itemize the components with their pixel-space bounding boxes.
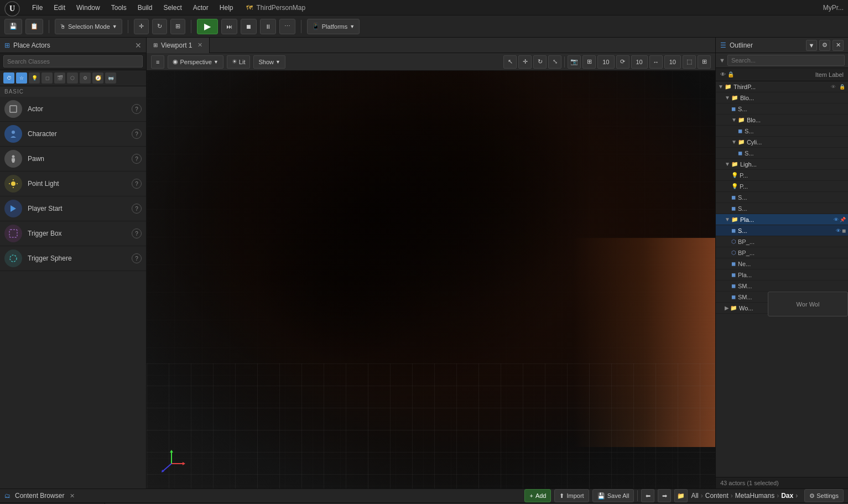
menu-edit[interactable]: Edit bbox=[49, 3, 70, 13]
hamburger-btn[interactable]: ≡ bbox=[151, 55, 164, 69]
selection-mode-btn[interactable]: 🖱 Selection Mode ▼ bbox=[55, 19, 122, 34]
viewport-close-btn[interactable]: ✕ bbox=[197, 41, 202, 49]
menu-select[interactable]: Select bbox=[159, 3, 186, 13]
outliner-row-ligh[interactable]: ▼ 📁 Ligh... bbox=[716, 159, 848, 170]
outliner-close-btn[interactable]: ✕ bbox=[833, 40, 844, 51]
lit-btn[interactable]: ☀ Lit bbox=[227, 55, 251, 69]
menu-build[interactable]: Build bbox=[133, 3, 157, 13]
nav-folder-btn[interactable]: 📁 bbox=[674, 489, 688, 502]
actor-item-actor[interactable]: Actor ? bbox=[0, 97, 146, 122]
stop-btn[interactable]: ⏹ bbox=[241, 19, 257, 34]
outliner-row-pla2[interactable]: ◼ Pla... bbox=[716, 269, 848, 280]
outliner-row-bp1[interactable]: ⬡ BP_... bbox=[716, 236, 848, 247]
more-options-btn[interactable]: ⋯ bbox=[279, 19, 295, 34]
lock-icon-thirdp[interactable]: 🔒 bbox=[838, 83, 846, 91]
translate-tool-btn[interactable]: ✛ bbox=[518, 55, 532, 69]
outliner-row-ne[interactable]: ◼ Ne... bbox=[716, 258, 848, 269]
outliner-row-thirdp[interactable]: ▼ 📁 ThirdP... 👁 🔒 bbox=[716, 81, 848, 92]
viewport-canvas[interactable] bbox=[147, 71, 715, 489]
outliner-row-bp2[interactable]: ⬡ BP_... bbox=[716, 247, 848, 258]
angle-btn[interactable]: ⟳ bbox=[616, 55, 630, 69]
eye-icon-pla[interactable]: 👁 bbox=[834, 217, 839, 222]
breadcrumb-metahumans[interactable]: MetaHumans bbox=[735, 492, 774, 500]
actor-item-trigger-box[interactable]: Trigger Box ? bbox=[0, 221, 146, 246]
show-btn[interactable]: Show ▼ bbox=[253, 55, 285, 69]
add-btn[interactable]: + Add bbox=[524, 489, 551, 502]
platforms-btn[interactable]: 📱 Platforms ▼ bbox=[307, 19, 360, 34]
breadcrumb-more-btn[interactable]: › bbox=[795, 492, 798, 500]
pin-icon-pla[interactable]: 📌 bbox=[840, 217, 846, 222]
scale-size-btn[interactable]: 10 bbox=[664, 55, 681, 69]
outliner-row-blo1[interactable]: ▼ 📁 Blo... bbox=[716, 92, 848, 103]
menu-window[interactable]: Window bbox=[72, 3, 105, 13]
actor-info-btn-character[interactable]: ? bbox=[132, 129, 142, 139]
filter-vr-btn[interactable]: 🥽 bbox=[105, 72, 116, 84]
filter-basic-btn[interactable]: ☆ bbox=[16, 72, 27, 84]
perspective-btn[interactable]: ◉ Perspective ▼ bbox=[168, 55, 223, 69]
grid-size-btn[interactable]: 10 bbox=[597, 55, 614, 69]
nav-back-btn[interactable]: ⬅ bbox=[641, 489, 654, 502]
scale-btn[interactable]: ⊞ bbox=[170, 19, 185, 34]
rotate-tool-btn[interactable]: ↻ bbox=[533, 55, 547, 69]
outliner-row-sm3[interactable]: ◼ SM... bbox=[716, 280, 848, 292]
eye-icon-thirdp[interactable]: 👁 bbox=[829, 83, 837, 91]
content-drawer-btn[interactable]: 📋 bbox=[25, 19, 43, 34]
actor-info-btn-trigger-sphere[interactable]: ? bbox=[132, 253, 142, 263]
outliner-row-s1[interactable]: ◼ S... bbox=[716, 103, 848, 115]
actor-item-trigger-sphere[interactable]: Trigger Sphere ? bbox=[0, 246, 146, 271]
actor-info-btn-trigger-box[interactable]: ? bbox=[132, 228, 142, 238]
outliner-row-s-sel[interactable]: ◼ S... 👁 ◼ bbox=[716, 225, 848, 236]
translate-btn[interactable]: ✛ bbox=[134, 19, 149, 34]
actor-item-character[interactable]: Character ? bbox=[0, 122, 146, 147]
content-browser-close-btn[interactable]: ✕ bbox=[70, 492, 75, 500]
breadcrumb-content[interactable]: Content bbox=[705, 492, 729, 500]
save-btn[interactable]: 💾 bbox=[4, 19, 22, 34]
outliner-settings-btn[interactable]: ⚙ bbox=[819, 40, 830, 51]
search-classes-input[interactable] bbox=[3, 55, 143, 67]
actor-info-btn-point-light[interactable]: ? bbox=[132, 179, 142, 189]
outliner-row-p1[interactable]: 💡 P... bbox=[716, 170, 848, 181]
filter-util-btn[interactable]: ⚙ bbox=[80, 72, 91, 84]
scale-tool-btn[interactable]: ⤡ bbox=[548, 55, 561, 69]
outliner-row-sm2[interactable]: ◼ S... bbox=[716, 203, 848, 214]
filter-volume-btn[interactable]: ⬡ bbox=[67, 72, 78, 84]
pause-btn[interactable]: ⏸ bbox=[260, 19, 276, 34]
import-btn[interactable]: ⬆ Import bbox=[554, 489, 589, 502]
outliner-search-input[interactable] bbox=[727, 55, 845, 66]
outliner-filter-btn[interactable]: ▼ bbox=[806, 40, 817, 51]
maximize-btn[interactable]: ⊞ bbox=[698, 55, 711, 69]
select-tool-btn[interactable]: ↖ bbox=[503, 55, 517, 69]
outliner-row-pla[interactable]: ▼ 📁 Pla... 👁 📌 bbox=[716, 214, 848, 225]
nav-forward-btn[interactable]: ➡ bbox=[658, 489, 671, 502]
grid-btn[interactable]: ⊞ bbox=[582, 55, 596, 69]
cb-settings-btn[interactable]: ⚙ Settings bbox=[804, 489, 844, 502]
actor-info-btn-player-start[interactable]: ? bbox=[132, 204, 142, 214]
outliner-row-p2[interactable]: 💡 P... bbox=[716, 181, 848, 192]
outliner-row-sm1[interactable]: ◼ S... bbox=[716, 192, 848, 203]
filter-light-btn[interactable]: 💡 bbox=[29, 72, 40, 84]
outliner-row-s3[interactable]: ◼ S... bbox=[716, 148, 848, 159]
camera-btn[interactable]: 📷 bbox=[568, 55, 581, 69]
menu-file[interactable]: File bbox=[28, 3, 47, 13]
scale-grid-btn[interactable]: ↔ bbox=[649, 55, 663, 69]
play-btn[interactable]: ▶ bbox=[197, 19, 218, 34]
skip-btn[interactable]: ⏭ bbox=[221, 19, 237, 34]
rotate-btn[interactable]: ↻ bbox=[152, 19, 167, 34]
actor-item-point-light[interactable]: Point Light ? bbox=[0, 172, 146, 196]
outliner-row-blo2[interactable]: ▼ 📁 Blo... bbox=[716, 115, 848, 126]
menu-tools[interactable]: Tools bbox=[107, 3, 131, 13]
aspect-btn[interactable]: ⬚ bbox=[683, 55, 696, 69]
outliner-row-cyli[interactable]: ▼ 📁 Cyli... bbox=[716, 137, 848, 148]
viewport-1-tab[interactable]: ⊞ Viewport 1 ✕ bbox=[147, 38, 210, 53]
actor-info-btn-actor[interactable]: ? bbox=[132, 104, 142, 114]
filter-all-btn[interactable]: ⏱ bbox=[3, 72, 14, 84]
menu-actor[interactable]: Actor bbox=[189, 3, 213, 13]
filter-nav-btn[interactable]: 🧭 bbox=[92, 72, 103, 84]
actor-item-player-start[interactable]: Player Start ? bbox=[0, 196, 146, 221]
actor-item-pawn[interactable]: Pawn ? bbox=[0, 147, 146, 172]
actor-info-btn-pawn[interactable]: ? bbox=[132, 154, 142, 164]
outliner-row-s2[interactable]: ◼ S... bbox=[716, 126, 848, 137]
breadcrumb-all[interactable]: All bbox=[691, 492, 698, 500]
save-all-btn[interactable]: 💾 Save All bbox=[592, 489, 634, 502]
eye-icon-s-sel[interactable]: 👁 bbox=[836, 228, 841, 233]
